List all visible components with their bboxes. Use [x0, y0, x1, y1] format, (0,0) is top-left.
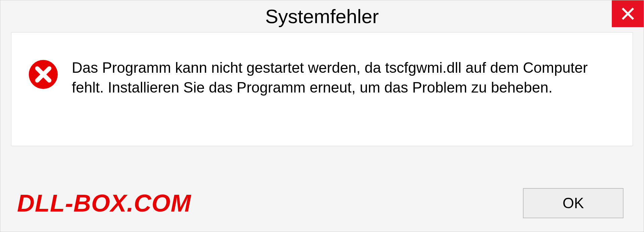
close-icon: [621, 7, 635, 20]
error-icon-wrapper: [28, 56, 58, 90]
dialog-content: Das Programm kann nicht gestartet werden…: [11, 32, 633, 146]
error-dialog: Systemfehler Das Programm kann nicht ges…: [0, 0, 644, 232]
error-icon: [28, 59, 58, 90]
dialog-title: Systemfehler: [265, 5, 379, 27]
error-message: Das Programm kann nicht gestartet werden…: [72, 56, 616, 98]
watermark-text: DLL-BOX.COM: [17, 189, 191, 217]
close-button[interactable]: [612, 0, 644, 27]
title-bar: Systemfehler: [0, 0, 644, 32]
ok-button[interactable]: OK: [523, 188, 624, 218]
dialog-footer: DLL-BOX.COM OK: [0, 175, 644, 232]
